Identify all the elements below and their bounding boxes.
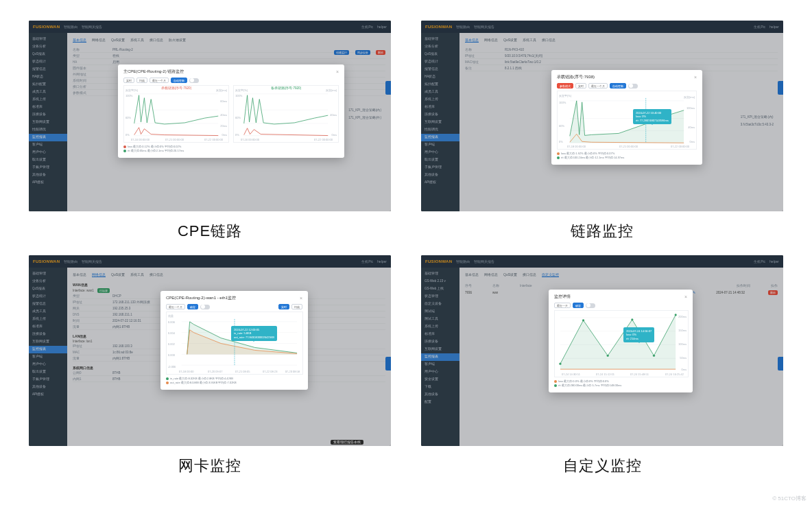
modal-title: 主CPE(CPE-Routing-2) 链路监控 xyxy=(123,69,184,75)
chart-tooltip: 2024-07-22 10:40:00 loss: 0% rtt: 77.280… xyxy=(633,109,671,124)
svg-point-24 xyxy=(559,363,561,365)
switch-toggle[interactable] xyxy=(586,303,595,308)
chart-tr: 反应率(%) 100% 60% 0% 反应(ms) 100ms 40ms 0ms… xyxy=(557,91,697,150)
modal-custom-monitor: 监控详情 × 最近一天 确定 200ms 150ms 100ms 50ms 0m… xyxy=(549,290,693,392)
switch-toggle[interactable] xyxy=(200,305,210,309)
screenshot-nic-monitor: FUSIONWAN 智能路由智能网关报告 生机Pichelper 基础管理业务分… xyxy=(29,255,391,446)
chart-br: 200ms 150ms 100ms 50ms 0ms 07-24 14:30:5… xyxy=(554,310,689,377)
screenshot-custom-monitor: FUSIONWAN 智能路由智能网关报告 生机Pichelper 基础管理 GS… xyxy=(421,255,783,446)
chart-tooltip: 2024-07-22 12:00:05 in_rate: 5.8KB out_r… xyxy=(231,326,277,341)
caption-br: 自定义监控 xyxy=(563,456,642,476)
svg-point-28 xyxy=(653,355,655,357)
watermark: © 51CTO博客 xyxy=(772,495,807,502)
close-icon[interactable]: × xyxy=(694,75,697,80)
modal-nic-monitor: CPE(CPE-Routing-2)-wan1 - eth1监控 × 最近一个月… xyxy=(160,291,308,390)
switch-toggle[interactable] xyxy=(628,84,638,89)
chart-bl: 流量 0.006 0.004 0.002 0.000 -0.006 07-18 … xyxy=(166,312,303,375)
caption-bl: 网卡监控 xyxy=(178,456,241,476)
pill-avg[interactable]: 均线 xyxy=(136,78,147,83)
caption-tr: 链路监控 xyxy=(571,221,634,242)
cell-custom-monitor: FUSIONWAN 智能路由智能网关报告 生机Pichelper 基础管理 GS… xyxy=(420,255,785,476)
modal-cpe-link: 主CPE(CPE-Routing-2) 链路监控 × 实时 均线 最近一个月 自… xyxy=(118,64,344,158)
svg-point-29 xyxy=(675,314,677,316)
cell-link-monitor: FUSIONWAN 智能路由 智能网关报告 生机Pic helper 基础管理业… xyxy=(420,21,785,242)
btn-refresh[interactable]: 自动更新 xyxy=(171,78,187,83)
close-icon[interactable]: × xyxy=(300,296,302,301)
close-icon[interactable]: × xyxy=(336,69,339,74)
screenshot-link-monitor: FUSIONWAN 智能路由 智能网关报告 生机Pic helper 基础管理业… xyxy=(421,21,783,211)
chart-tl-right: 备承链路(序号:7920) 反应率(%) 100% 60% 0% 反应(ms) … xyxy=(233,85,339,143)
svg-point-26 xyxy=(607,355,609,357)
chart-tl-left: 承载链路(序号:7920) 反应率(%) 100% 60% 0% 反应(ms) … xyxy=(123,85,229,143)
svg-point-25 xyxy=(582,319,584,321)
pill-rt[interactable]: 实时 xyxy=(123,78,134,83)
modal-link-monitor: 承载链路(序号:7938) × 参数模式 实时 最近一个月 自动更新 反应率(%… xyxy=(551,70,702,165)
chart-tooltip: 2024-07-24 14:56:07 loss: 0% rtt: 214ms xyxy=(623,327,654,342)
caption-tl: CPE链路 xyxy=(178,221,242,242)
close-icon[interactable]: × xyxy=(684,294,687,299)
svg-point-27 xyxy=(631,318,633,320)
cell-nic-monitor: FUSIONWAN 智能路由智能网关报告 生机Pichelper 基础管理业务分… xyxy=(27,255,392,476)
cell-cpe-link: FUSIONWAN 智能路由 智能网关报告 生机Pic helper 基础管理 … xyxy=(27,21,392,242)
switch-toggle[interactable] xyxy=(189,78,199,83)
screenshot-cpe-link: FUSIONWAN 智能路由 智能网关报告 生机Pic helper 基础管理 … xyxy=(29,21,391,211)
range-select[interactable]: 最近一个月 xyxy=(150,78,169,83)
